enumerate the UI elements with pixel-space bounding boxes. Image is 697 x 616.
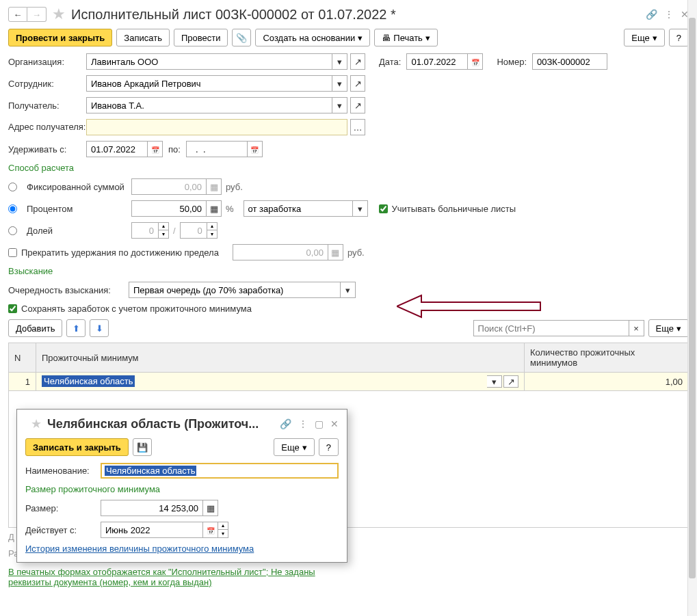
org-input[interactable] <box>86 53 332 70</box>
nav-back-button[interactable]: ← <box>8 7 27 22</box>
spin-down[interactable]: ▾ <box>207 230 217 238</box>
scrollbar-thumb[interactable] <box>689 18 696 578</box>
region-popup: ★ Челябинская область (Прожиточ... 🔗 ⋮ ▢… <box>16 409 347 563</box>
row-open-button[interactable]: ↗ <box>503 375 518 388</box>
stop-limit-input[interactable] <box>233 244 328 260</box>
attach-button[interactable]: 📎 <box>232 29 251 46</box>
org-dropdown-button[interactable]: ▾ <box>332 53 347 70</box>
consider-sick-checkbox-row[interactable]: Учитывать больничные листы <box>379 204 516 214</box>
share-radio[interactable] <box>8 226 17 235</box>
percent-base-dropdown[interactable]: ▾ <box>353 200 368 217</box>
addr-input[interactable] <box>86 119 347 135</box>
move-up-button[interactable]: ⬆ <box>66 319 86 337</box>
priority-input[interactable] <box>129 282 341 298</box>
add-button[interactable]: Добавить <box>8 319 62 337</box>
withhold-to-cal-button[interactable] <box>248 141 263 157</box>
share-den-spinner[interactable]: ▴▾ <box>180 222 218 239</box>
popup-save-button[interactable] <box>133 438 152 456</box>
spin-down[interactable]: ▾ <box>218 530 228 537</box>
post-button[interactable]: Провести <box>174 29 228 46</box>
share-num-input[interactable] <box>131 222 159 239</box>
popup-size-calc-button[interactable]: ▦ <box>203 500 218 516</box>
page-title: Исполнительный лист 00ЗК-000002 от 01.07… <box>71 7 639 23</box>
print-forms-link[interactable]: В печатных формах отображается как "Испо… <box>8 567 323 587</box>
popup-effective-input[interactable] <box>101 522 203 538</box>
write-button[interactable]: Записать <box>116 29 170 46</box>
employee-input[interactable] <box>86 75 332 92</box>
row-dropdown-button[interactable]: ▾ <box>487 375 502 388</box>
withhold-from-cal-button[interactable] <box>148 141 163 157</box>
recipient-input[interactable] <box>86 97 332 113</box>
withhold-to-input[interactable] <box>186 141 248 157</box>
stop-limit-checkbox[interactable] <box>8 248 17 257</box>
popup-history-link[interactable]: История изменения величины прожиточного … <box>25 544 254 554</box>
print-button[interactable]: 🖶 Печать ▾ <box>374 29 438 46</box>
addr-more-button[interactable]: … <box>350 119 365 135</box>
table-more-button[interactable]: Еще ▾ <box>648 319 689 337</box>
fixed-amount-input[interactable] <box>131 178 207 195</box>
vertical-scrollbar[interactable] <box>687 0 697 616</box>
date-label: Дата: <box>379 57 401 67</box>
percent-amount-input[interactable] <box>131 200 207 217</box>
percent-calc-button[interactable]: ▦ <box>207 200 222 217</box>
table-row[interactable]: 1 Челябинская область ▾ ↗ 1,00 <box>9 373 689 391</box>
row-region[interactable]: Челябинская область ▾ ↗ <box>36 373 525 391</box>
date-input[interactable] <box>406 53 468 70</box>
popup-link-icon[interactable]: 🔗 <box>280 418 291 429</box>
number-input[interactable] <box>532 53 607 70</box>
row-qty[interactable]: 1,00 <box>525 373 689 391</box>
popup-name-input[interactable]: Челябинская область <box>101 463 339 479</box>
spin-up[interactable]: ▴ <box>159 223 168 230</box>
percent-base-input[interactable] <box>244 200 353 217</box>
preserve-min-checkbox[interactable] <box>8 304 17 313</box>
chevron-down-icon: ▾ <box>358 33 363 43</box>
share-radio-row[interactable]: Долей <box>8 226 131 236</box>
employee-open-button[interactable]: ↗ <box>350 75 365 92</box>
withhold-from-input[interactable] <box>86 141 148 157</box>
share-num-spinner[interactable]: ▴▾ <box>131 222 169 239</box>
post-and-close-button[interactable]: Провести и закрыть <box>8 29 112 46</box>
popup-more-icon[interactable]: ⋮ <box>298 418 308 429</box>
consider-sick-checkbox[interactable] <box>379 204 388 213</box>
recipient-dropdown-button[interactable]: ▾ <box>332 97 347 113</box>
search-input[interactable] <box>473 320 629 336</box>
chevron-down-icon: ▾ <box>653 33 657 43</box>
priority-dropdown[interactable]: ▾ <box>341 282 356 298</box>
region-selected-text: Челябинская область <box>42 375 135 387</box>
fixed-radio[interactable] <box>8 183 17 191</box>
rub-unit2: руб. <box>347 247 365 258</box>
date-cal-button[interactable] <box>468 53 483 70</box>
create-based-button[interactable]: Создать на основании ▾ <box>255 29 370 46</box>
move-down-button[interactable]: ⬇ <box>90 319 109 337</box>
percent-radio-row[interactable]: Процентом <box>8 204 131 214</box>
spin-down[interactable]: ▾ <box>159 230 168 238</box>
spin-up[interactable]: ▴ <box>207 223 217 230</box>
recipient-open-button[interactable]: ↗ <box>350 97 365 113</box>
popup-size-input[interactable] <box>101 500 203 516</box>
employee-dropdown-button[interactable]: ▾ <box>332 75 347 92</box>
org-open-button[interactable]: ↗ <box>350 53 365 70</box>
popup-write-close-button[interactable]: Записать и закрыть <box>25 438 129 456</box>
clear-search-button[interactable]: × <box>629 320 644 336</box>
stop-limit-checkbox-row[interactable]: Прекратить удержания по достижению преде… <box>8 247 219 258</box>
share-den-input[interactable] <box>180 222 207 239</box>
link-icon[interactable]: 🔗 <box>646 9 657 20</box>
popup-help-button[interactable]: ? <box>319 438 339 456</box>
popup-maximize-icon[interactable]: ▢ <box>315 418 324 429</box>
fixed-calc-button: ▦ <box>207 178 222 195</box>
more-vert-icon[interactable]: ⋮ <box>664 9 674 20</box>
popup-close-icon[interactable]: ✕ <box>330 418 339 429</box>
favorite-star-icon[interactable]: ★ <box>52 5 66 23</box>
print-label: Печать <box>393 33 423 43</box>
popup-star-icon[interactable]: ★ <box>31 416 42 431</box>
popup-more-button[interactable]: Еще ▾ <box>274 438 314 456</box>
more-button[interactable]: Еще ▾ <box>624 29 664 46</box>
help-button[interactable]: ? <box>669 29 689 46</box>
popup-effective-cal-button[interactable] <box>203 522 218 538</box>
fixed-radio-row[interactable]: Фиксированной суммой <box>8 182 131 192</box>
nav-forward-button[interactable]: → <box>27 7 47 22</box>
spin-up[interactable]: ▴ <box>218 522 228 530</box>
popup-size-section: Размер прожиточного минимума <box>25 484 339 494</box>
preserve-min-checkbox-row[interactable]: Сохранять заработок с учетом прожиточног… <box>8 304 252 314</box>
percent-radio[interactable] <box>8 204 17 213</box>
